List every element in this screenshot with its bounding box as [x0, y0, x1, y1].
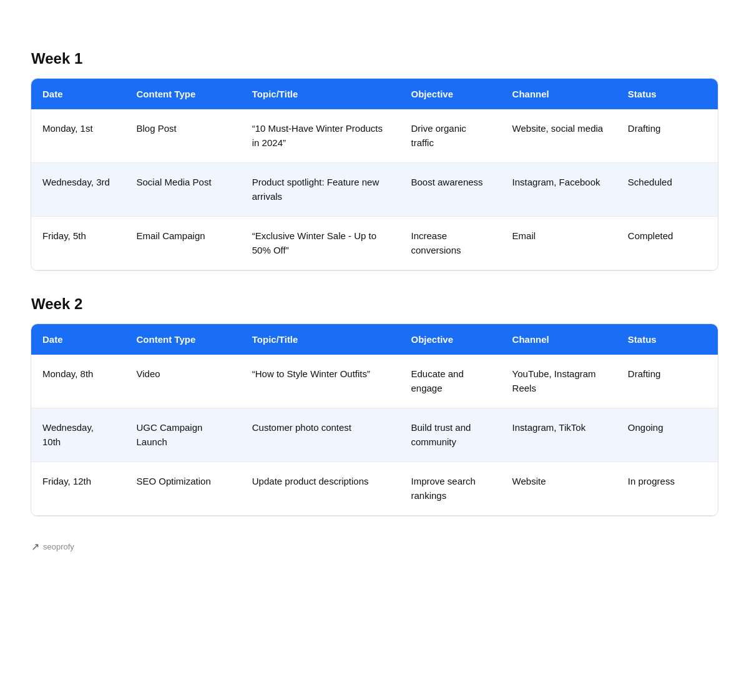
table-row: Wednesday, 10th UGC Campaign Launch Cust…: [31, 408, 718, 462]
week1-header-topic: Topic/Title: [241, 79, 400, 109]
week1-title: Week 1: [31, 50, 718, 67]
seoprofy-icon: ↗: [31, 541, 39, 553]
cell-objective: Increase conversions: [400, 217, 501, 270]
footer: ↗ seoprofy: [31, 541, 718, 553]
week2-header-channel: Channel: [501, 324, 617, 355]
cell-topic: Product spotlight: Feature new arrivals: [241, 163, 400, 217]
cell-channel: Instagram, Facebook: [501, 163, 617, 217]
week1-header-date: Date: [31, 79, 125, 109]
cell-topic: “How to Style Winter Outfits”: [241, 355, 400, 408]
cell-status: Scheduled: [617, 163, 718, 217]
cell-topic: “10 Must-Have Winter Products in 2024”: [241, 109, 400, 163]
cell-channel: Website: [501, 462, 617, 516]
cell-status: Ongoing: [617, 408, 718, 462]
cell-date: Friday, 12th: [31, 462, 125, 516]
cell-channel: Website, social media: [501, 109, 617, 163]
week2-header-date: Date: [31, 324, 125, 355]
cell-status: Drafting: [617, 355, 718, 408]
cell-status: Drafting: [617, 109, 718, 163]
cell-topic: Customer photo contest: [241, 408, 400, 462]
cell-topic: Update product descriptions: [241, 462, 400, 516]
table-row: Friday, 12th SEO Optimization Update pro…: [31, 462, 718, 516]
cell-date: Wednesday, 3rd: [31, 163, 125, 217]
cell-content-type: SEO Optimization: [125, 462, 241, 516]
week2-header-type: Content Type: [125, 324, 241, 355]
week2-header-status: Status: [617, 324, 718, 355]
week1-header-objective: Objective: [400, 79, 501, 109]
cell-date: Friday, 5th: [31, 217, 125, 270]
table-row: Friday, 5th Email Campaign “Exclusive Wi…: [31, 217, 718, 270]
cell-date: Monday, 1st: [31, 109, 125, 163]
cell-content-type: Email Campaign: [125, 217, 241, 270]
cell-status: In progress: [617, 462, 718, 516]
week1-header-status: Status: [617, 79, 718, 109]
week1-table: Date Content Type Topic/Title Objective …: [31, 79, 718, 270]
week1-header-channel: Channel: [501, 79, 617, 109]
cell-topic: “Exclusive Winter Sale - Up to 50% Off”: [241, 217, 400, 270]
cell-objective: Build trust and community: [400, 408, 501, 462]
cell-objective: Boost awareness: [400, 163, 501, 217]
cell-channel: Email: [501, 217, 617, 270]
week1-header-type: Content Type: [125, 79, 241, 109]
week2-header-topic: Topic/Title: [241, 324, 400, 355]
cell-content-type: Blog Post: [125, 109, 241, 163]
table-row: Monday, 1st Blog Post “10 Must-Have Wint…: [31, 109, 718, 163]
week1-header-row: Date Content Type Topic/Title Objective …: [31, 79, 718, 109]
cell-channel: YouTube, Instagram Reels: [501, 355, 617, 408]
cell-date: Monday, 8th: [31, 355, 125, 408]
cell-channel: Instagram, TikTok: [501, 408, 617, 462]
cell-objective: Improve search rankings: [400, 462, 501, 516]
cell-objective: Drive organic traffic: [400, 109, 501, 163]
week2-table: Date Content Type Topic/Title Objective …: [31, 324, 718, 516]
week2-header-row: Date Content Type Topic/Title Objective …: [31, 324, 718, 355]
cell-content-type: UGC Campaign Launch: [125, 408, 241, 462]
table-row: Wednesday, 3rd Social Media Post Product…: [31, 163, 718, 217]
week2-title: Week 2: [31, 295, 718, 313]
brand-label: seoprofy: [43, 542, 74, 551]
cell-status: Completed: [617, 217, 718, 270]
table-row: Monday, 8th Video “How to Style Winter O…: [31, 355, 718, 408]
cell-date: Wednesday, 10th: [31, 408, 125, 462]
cell-content-type: Social Media Post: [125, 163, 241, 217]
week2-header-objective: Objective: [400, 324, 501, 355]
cell-content-type: Video: [125, 355, 241, 408]
cell-objective: Educate and engage: [400, 355, 501, 408]
